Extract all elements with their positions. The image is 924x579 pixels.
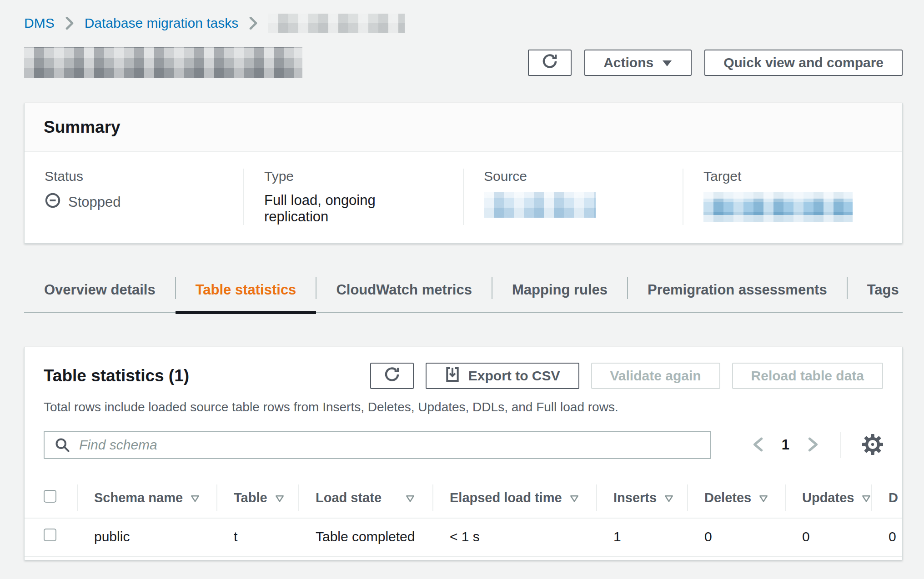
cell-updates: 0 <box>785 518 871 557</box>
type-label: Type <box>264 169 443 184</box>
tab-mapping-rules[interactable]: Mapping rules <box>492 272 628 312</box>
sort-icon[interactable] <box>758 491 768 506</box>
table-row: public t Table completed < 1 s 1 0 0 0 <box>25 518 903 557</box>
preferences-button[interactable] <box>862 434 883 456</box>
divider <box>840 432 841 458</box>
cell-inserts: 1 <box>596 518 687 557</box>
sort-icon[interactable] <box>405 491 415 506</box>
chevron-right-icon <box>248 17 258 30</box>
breadcrumb-link-dms[interactable]: DMS <box>24 15 55 31</box>
summary-field-source: Source <box>463 169 683 225</box>
previous-page-button[interactable] <box>752 437 763 454</box>
table-statistics-title: Table statistics (1) <box>44 366 189 385</box>
summary-body: Status Stopped Type Full load, ongoing r… <box>25 152 902 243</box>
summary-field-status: Status Stopped <box>25 169 243 225</box>
column-header-ddls-clipped[interactable]: D <box>871 478 903 518</box>
search-box <box>44 431 711 459</box>
breadcrumb: DMS Database migration tasks <box>24 14 903 33</box>
column-header-updates[interactable]: Updates <box>785 478 871 518</box>
sort-icon[interactable] <box>569 491 579 506</box>
table-statistics-actions: Export to CSV Validate again Reload tabl… <box>370 363 883 389</box>
cell-elapsed-load-time: < 1 s <box>432 518 596 557</box>
page-header-actions: Actions Quick view and compare <box>528 50 903 76</box>
breadcrumb-redacted-task-name <box>268 14 405 33</box>
status-label: Status <box>45 169 223 184</box>
download-icon <box>445 367 460 385</box>
stopped-icon <box>45 192 61 212</box>
source-value-redacted[interactable] <box>484 192 663 218</box>
chevron-right-icon <box>65 17 75 30</box>
row-select-cell <box>25 518 77 557</box>
tab-tags[interactable]: Tags <box>847 272 919 312</box>
table-statistics-description: Total rows include loaded source table r… <box>25 389 902 414</box>
reload-table-data-button[interactable]: Reload table data <box>732 363 883 389</box>
table-header-row: Schema name Table Load state Elapsed loa… <box>25 478 903 518</box>
cell-load-state: Table completed <box>298 518 432 557</box>
actions-button[interactable]: Actions <box>584 50 692 76</box>
target-label: Target <box>703 169 882 184</box>
caret-down-icon <box>662 55 673 70</box>
quick-view-and-compare-button[interactable]: Quick view and compare <box>704 50 903 76</box>
column-header-schema-name[interactable]: Schema name <box>77 478 216 518</box>
summary-field-target: Target <box>683 169 902 225</box>
refresh-button[interactable] <box>528 50 572 76</box>
select-all-checkbox[interactable] <box>44 490 56 503</box>
pagination: 1 <box>752 432 883 458</box>
tab-overview-details[interactable]: Overview details <box>24 272 176 312</box>
column-header-elapsed-load-time[interactable]: Elapsed load time <box>432 478 596 518</box>
chevron-left-icon <box>752 437 763 454</box>
tab-table-statistics[interactable]: Table statistics <box>176 272 316 312</box>
current-page-number[interactable]: 1 <box>782 437 789 453</box>
page: DMS Database migration tasks Actions <box>0 0 924 560</box>
validate-again-button[interactable]: Validate again <box>591 363 720 389</box>
refresh-icon <box>542 53 558 73</box>
next-page-button[interactable] <box>808 437 819 454</box>
tab-premigration-assessments[interactable]: Premigration assessments <box>628 272 847 312</box>
page-title-redacted <box>24 47 302 78</box>
table-statistics-panel: Table statistics (1) Export to CSV Valid… <box>24 347 903 560</box>
sort-icon[interactable] <box>664 491 674 506</box>
status-value: Stopped <box>45 192 223 212</box>
column-header-table[interactable]: Table <box>216 478 298 518</box>
sort-icon[interactable] <box>861 491 871 506</box>
table-statistics-table: Schema name Table Load state Elapsed loa… <box>25 478 903 557</box>
panel-bottom-padding <box>25 557 902 560</box>
sort-icon[interactable] <box>275 491 285 506</box>
sort-icon[interactable] <box>190 491 200 506</box>
table-statistics-header: Table statistics (1) Export to CSV Valid… <box>25 347 902 389</box>
select-all-cell <box>25 478 77 518</box>
table-refresh-button[interactable] <box>370 363 414 389</box>
cell-schema-name: public <box>77 518 216 557</box>
tab-bar: Overview details Table statistics CloudW… <box>24 272 903 313</box>
refresh-icon <box>384 366 400 386</box>
settings-gear-icon <box>862 434 883 456</box>
summary-panel: Summary Status Stopped Type Full load, o… <box>24 103 903 244</box>
type-value: Full load, ongoing replication <box>264 192 443 225</box>
column-header-inserts[interactable]: Inserts <box>596 478 687 518</box>
tab-cloudwatch-metrics[interactable]: CloudWatch metrics <box>316 272 492 312</box>
summary-field-type: Type Full load, ongoing replication <box>243 169 463 225</box>
column-header-load-state[interactable]: Load state <box>298 478 432 518</box>
filter-row: 1 <box>25 414 902 459</box>
find-schema-input[interactable] <box>44 431 711 459</box>
cell-ddls-clipped: 0 <box>871 518 903 557</box>
target-value-redacted[interactable] <box>703 192 882 222</box>
summary-title: Summary <box>25 103 902 152</box>
column-header-deletes[interactable]: Deletes <box>687 478 785 518</box>
source-label: Source <box>484 169 663 184</box>
cell-deletes: 0 <box>687 518 785 557</box>
export-to-csv-button[interactable]: Export to CSV <box>426 363 579 389</box>
cell-table: t <box>216 518 298 557</box>
row-checkbox[interactable] <box>44 529 56 541</box>
chevron-right-icon <box>808 437 819 454</box>
breadcrumb-link-tasks[interactable]: Database migration tasks <box>85 15 239 31</box>
page-header: Actions Quick view and compare <box>24 47 903 78</box>
